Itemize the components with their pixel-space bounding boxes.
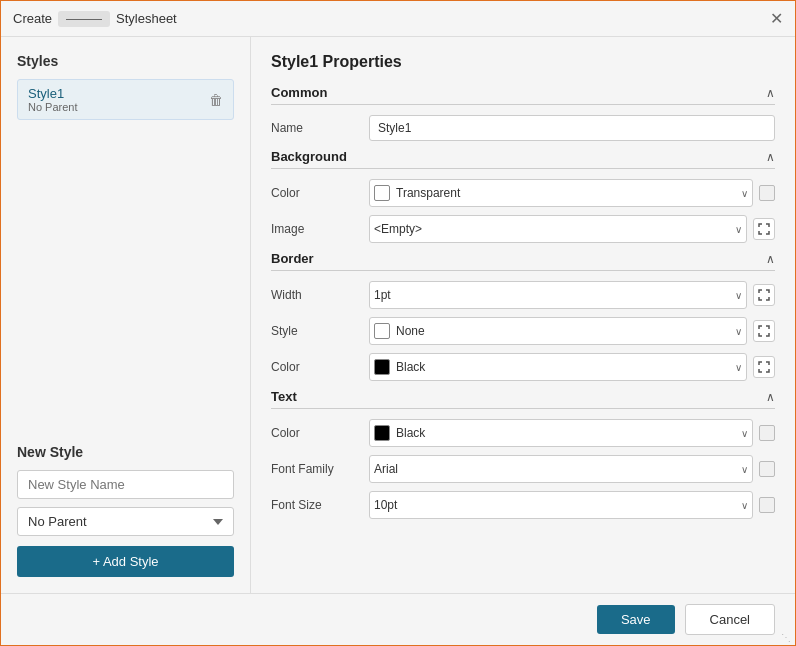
font-family-chevron: ∨ — [741, 464, 748, 475]
border-color-chevron: ∨ — [735, 362, 742, 373]
font-size-select[interactable]: 10pt — [374, 498, 741, 512]
prop-label-bg-color: Color — [271, 186, 361, 200]
prop-label-bg-image: Image — [271, 222, 361, 236]
parent-select[interactable]: No Parent — [17, 507, 234, 536]
prop-control-font-size: 10pt ∨ — [369, 491, 775, 519]
dialog: Create ——— Stylesheet ✕ Styles Style1 No… — [0, 0, 796, 646]
font-size-dot — [759, 497, 775, 513]
border-style-swatch — [374, 323, 390, 339]
text-color-dot — [759, 425, 775, 441]
text-color-chevron: ∨ — [741, 428, 748, 439]
bg-color-select[interactable]: Transparent — [396, 186, 741, 200]
prop-row-border-color: Color Black ∨ — [271, 353, 775, 381]
border-style-select[interactable]: None — [396, 324, 735, 338]
left-panel: Styles Style1 No Parent 🗑 New Style No P… — [1, 37, 251, 593]
footer: Save Cancel — [1, 593, 795, 645]
titlebar: Create ——— Stylesheet ✕ — [1, 1, 795, 37]
font-size-chevron: ∨ — [741, 500, 748, 511]
border-width-input-wrap[interactable]: 1pt ∨ — [369, 281, 747, 309]
text-color-select[interactable]: Black — [396, 426, 741, 440]
right-panel: Style1 Properties Common ∧ Name Backgrou… — [251, 37, 795, 593]
name-input[interactable] — [369, 115, 775, 141]
bg-color-chevron: ∨ — [741, 188, 748, 199]
prop-control-name — [369, 115, 775, 141]
prop-row-bg-color: Color Transparent ∨ — [271, 179, 775, 207]
bg-image-chevron: ∨ — [735, 224, 742, 235]
text-color-select-wrap[interactable]: Black ∨ — [369, 419, 753, 447]
prop-label-border-color: Color — [271, 360, 361, 374]
cancel-button[interactable]: Cancel — [685, 604, 775, 635]
titlebar-pill: ——— — [58, 11, 110, 27]
section-header-background: Background ∧ — [271, 149, 775, 169]
chevron-common[interactable]: ∧ — [766, 86, 775, 100]
text-color-swatch — [374, 425, 390, 441]
border-width-expand-icon[interactable] — [753, 284, 775, 306]
titlebar-stylesheet: Stylesheet — [116, 11, 177, 26]
add-style-button[interactable]: + Add Style — [17, 546, 234, 577]
prop-control-text-color: Black ∨ — [369, 419, 775, 447]
prop-row-border-style: Style None ∨ — [271, 317, 775, 345]
border-style-select-wrap[interactable]: None ∨ — [369, 317, 747, 345]
section-header-border: Border ∧ — [271, 251, 775, 271]
prop-row-font-family: Font Family Arial ∨ — [271, 455, 775, 483]
section-header-text: Text ∧ — [271, 389, 775, 409]
font-family-dot — [759, 461, 775, 477]
border-color-select[interactable]: Black — [396, 360, 735, 374]
trash-icon[interactable]: 🗑 — [209, 92, 223, 108]
prop-row-bg-image: Image <Empty> ∨ — [271, 215, 775, 243]
prop-label-border-style: Style — [271, 324, 361, 338]
prop-label-border-width: Width — [271, 288, 361, 302]
font-family-select[interactable]: Arial — [374, 462, 741, 476]
styles-title: Styles — [17, 53, 234, 69]
section-header-common: Common ∧ — [271, 85, 775, 105]
prop-control-bg-color: Transparent ∨ — [369, 179, 775, 207]
bg-color-swatch — [374, 185, 390, 201]
titlebar-left: Create ——— Stylesheet — [13, 11, 177, 27]
border-width-chevron: ∨ — [735, 290, 742, 301]
bg-color-dot — [759, 185, 775, 201]
prop-control-bg-image: <Empty> ∨ — [369, 215, 775, 243]
styles-list: Style1 No Parent 🗑 — [17, 79, 234, 428]
prop-row-font-size: Font Size 10pt ∨ — [271, 491, 775, 519]
border-style-chevron: ∨ — [735, 326, 742, 337]
bg-image-select[interactable]: <Empty> — [374, 222, 735, 236]
font-size-select-wrap[interactable]: 10pt ∨ — [369, 491, 753, 519]
content-area: Styles Style1 No Parent 🗑 New Style No P… — [1, 37, 795, 593]
border-color-swatch — [374, 359, 390, 375]
border-style-expand-icon[interactable] — [753, 320, 775, 342]
bg-image-select-wrap[interactable]: <Empty> ∨ — [369, 215, 747, 243]
section-label-border: Border — [271, 251, 314, 266]
bg-image-expand-icon[interactable] — [753, 218, 775, 240]
prop-control-border-style: None ∨ — [369, 317, 775, 345]
style-item-text: Style1 No Parent — [28, 86, 78, 113]
new-style-section: New Style No Parent + Add Style — [17, 444, 234, 577]
prop-control-border-width: 1pt ∨ — [369, 281, 775, 309]
chevron-border[interactable]: ∧ — [766, 252, 775, 266]
border-color-expand-icon[interactable] — [753, 356, 775, 378]
prop-label-font-size: Font Size — [271, 498, 361, 512]
prop-control-border-color: Black ∨ — [369, 353, 775, 381]
new-style-title: New Style — [17, 444, 234, 460]
chevron-background[interactable]: ∧ — [766, 150, 775, 164]
resize-handle[interactable]: ⋱ — [781, 633, 791, 643]
prop-row-name: Name — [271, 115, 775, 141]
style-item-name: Style1 — [28, 86, 78, 101]
save-button[interactable]: Save — [597, 605, 675, 634]
prop-label-text-color: Color — [271, 426, 361, 440]
prop-control-font-family: Arial ∨ — [369, 455, 775, 483]
section-label-background: Background — [271, 149, 347, 164]
style-item-style1[interactable]: Style1 No Parent 🗑 — [17, 79, 234, 120]
border-width-select[interactable]: 1pt — [374, 288, 735, 302]
section-label-text: Text — [271, 389, 297, 404]
titlebar-create: Create — [13, 11, 52, 26]
new-style-name-input[interactable] — [17, 470, 234, 499]
border-color-select-wrap[interactable]: Black ∨ — [369, 353, 747, 381]
font-family-select-wrap[interactable]: Arial ∨ — [369, 455, 753, 483]
bg-color-select-wrap[interactable]: Transparent ∨ — [369, 179, 753, 207]
chevron-text[interactable]: ∧ — [766, 390, 775, 404]
props-title: Style1 Properties — [271, 53, 775, 71]
close-button[interactable]: ✕ — [770, 11, 783, 27]
section-label-common: Common — [271, 85, 327, 100]
prop-label-name: Name — [271, 121, 361, 135]
style-item-parent: No Parent — [28, 101, 78, 113]
